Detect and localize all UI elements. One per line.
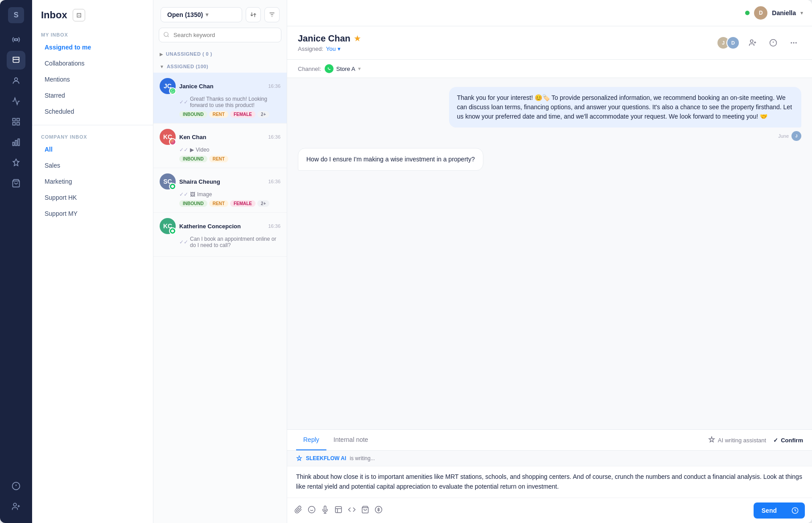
channel-name-text: Store A (336, 66, 355, 72)
tab-internal-note[interactable]: Internal note (326, 430, 375, 450)
payment-icon[interactable] (375, 506, 383, 516)
assigned-to-button[interactable]: You ▾ (326, 45, 341, 52)
read-check-icon-janice: ✓✓ (179, 99, 188, 105)
nav-info-icon[interactable] (7, 477, 25, 495)
template-icon[interactable] (334, 506, 342, 516)
sidebar-item-support-hk[interactable]: Support HK (36, 189, 149, 206)
sidebar-item-all[interactable]: All (36, 141, 149, 157)
user-name: Daniella (772, 9, 796, 16)
nav-contacts-icon[interactable] (7, 71, 25, 90)
nav-flows-icon[interactable] (7, 112, 25, 131)
assigned-toggle-icon[interactable]: ▼ (160, 64, 164, 69)
tag-female-janice: FEMALE (230, 111, 256, 118)
sort-button[interactable] (246, 7, 261, 22)
svg-rect-3 (17, 119, 20, 121)
info-button[interactable] (766, 35, 781, 50)
nav-add-user-icon[interactable] (7, 497, 25, 516)
send-button-label: Send (754, 502, 785, 519)
tab-reply[interactable]: Reply (296, 430, 326, 450)
sidebar-item-collaborations[interactable]: Collaborations (36, 55, 149, 71)
assigned-row: Assigned: You ▾ (298, 45, 360, 52)
sender-avatar-1: J (791, 131, 801, 141)
svg-rect-7 (15, 140, 16, 146)
channel-selector[interactable]: Store A ▾ (325, 64, 361, 73)
unassigned-toggle-icon[interactable]: ▶ (160, 52, 163, 57)
reply-text-content[interactable]: Think about how close it is to important… (287, 466, 812, 498)
avatar-ken: KC (160, 129, 176, 145)
tag-inbound-janice: INBOUND (179, 111, 207, 118)
conversation-item-janice[interactable]: JC Janice Chan 16:36 ✓✓ Great! Thanks so… (153, 73, 287, 124)
conv-time-janice: 16:36 (268, 83, 280, 89)
conversation-header: Janice Chan ★ Assigned: You ▾ J D (287, 26, 812, 60)
ai-writing-indicator: SLEEKFLOW AI is writing... (287, 451, 812, 466)
svg-point-32 (791, 42, 792, 44)
tag-inbound-ken: INBOUND (179, 156, 207, 162)
nav-inbox-icon[interactable] (7, 51, 25, 70)
middle-panel: Open (1350) ▾ (153, 0, 287, 523)
conv-tags-shaira: INBOUND RENT FEMALE 2+ (179, 200, 280, 207)
reply-right-actions: AI writing assistant ✓ Confirm (708, 436, 803, 445)
messages-area: Thank you for your interest! 😊🏷️ To prov… (287, 78, 812, 429)
status-dropdown[interactable]: Open (1350) ▾ (161, 7, 242, 22)
conversation-item-katherine[interactable]: KC Katherine Concepcion 16:36 ✓✓ Can I b… (153, 213, 287, 257)
conv-preview-text-katherine: Can I book an appointment online or do I… (190, 236, 280, 248)
sidebar-item-sales[interactable]: Sales (36, 157, 149, 173)
confirm-btn-label: Confirm (781, 437, 803, 444)
confirm-button[interactable]: ✓ Confirm (773, 437, 803, 444)
emoji-icon[interactable] (308, 506, 316, 516)
svg-rect-8 (18, 139, 19, 146)
audio-icon[interactable] (321, 506, 329, 516)
sidebar-item-marketing[interactable]: Marketing (36, 173, 149, 189)
svg-point-25 (173, 141, 174, 141)
unassigned-group-header: ▶ UNASSIGNED ( 0 ) (153, 48, 287, 60)
sidebar-item-assigned[interactable]: Assigned to me (36, 39, 149, 55)
layout-toggle-button[interactable]: ⊡ (73, 9, 85, 21)
user-dropdown-icon[interactable]: ▾ (800, 10, 803, 16)
channel-whatsapp-icon (325, 64, 334, 73)
conv-preview-katherine: ✓✓ Can I book an appointment online or d… (179, 236, 280, 248)
search-input[interactable] (159, 28, 281, 42)
middle-panel-header: Open (1350) ▾ (153, 0, 287, 28)
sidebar-item-starred[interactable]: Starred (36, 87, 149, 103)
nav-broadcast-icon[interactable] (7, 30, 25, 49)
conversation-item-shaira[interactable]: SC Shaira Cheung 16:36 ✓✓ 🖼 Image INBOUN… (153, 168, 287, 213)
svg-point-26 (750, 40, 753, 42)
conv-preview-ken: ✓✓ ▶ Video (179, 147, 280, 153)
ai-btn-label: AI writing assistant (718, 437, 766, 444)
inbox-title: Inbox (41, 9, 67, 21)
svg-point-13 (13, 503, 16, 507)
assigned-group-header: ▼ ASSIGNED (100) (153, 60, 287, 73)
code-icon[interactable] (348, 506, 356, 516)
reply-tabs-bar: Reply Internal note AI writing assistant… (287, 430, 812, 451)
filter-button[interactable] (264, 7, 280, 22)
nav-campaigns-icon[interactable] (7, 92, 25, 111)
search-box (159, 28, 281, 42)
avatar-janice: JC (160, 78, 176, 94)
product-icon[interactable] (361, 506, 369, 516)
ai-label-text: SLEEKFLOW AI (306, 455, 346, 461)
tag-rent-ken: RENT (209, 156, 228, 162)
svg-rect-40 (335, 507, 342, 513)
add-participant-button[interactable] (745, 35, 760, 50)
send-button[interactable]: Send (754, 502, 805, 519)
conv-name-shaira: Shaira Cheung (179, 178, 264, 185)
message-agent-1: Thank you for your interest! 😊🏷️ To prov… (449, 87, 801, 128)
nav-orders-icon[interactable] (7, 174, 25, 193)
tag-female-shaira: FEMALE (230, 200, 256, 207)
nav-integrations-icon[interactable] (7, 153, 25, 172)
nav-reports-icon[interactable] (7, 133, 25, 152)
badge-wechat-shaira (169, 183, 176, 190)
sidebar-item-mentions[interactable]: Mentions (36, 71, 149, 87)
sidebar-item-scheduled[interactable]: Scheduled (36, 103, 149, 119)
more-options-button[interactable] (786, 35, 801, 50)
send-timer-icon[interactable] (785, 502, 805, 519)
star-icon[interactable]: ★ (354, 34, 360, 43)
svg-rect-2 (13, 119, 16, 121)
conv-time-shaira: 16:36 (268, 179, 280, 184)
assigned-to-value: You (326, 45, 336, 52)
attachment-icon[interactable] (294, 506, 302, 516)
ai-writing-assistant-button[interactable]: AI writing assistant (708, 436, 766, 445)
conversation-item-ken[interactable]: KC Ken Chan 16:36 ✓✓ ▶ Video INBOUND REN… (153, 124, 287, 168)
sidebar-item-support-my[interactable]: Support MY (36, 206, 149, 222)
contact-name-text: Janice Chan (298, 33, 350, 44)
